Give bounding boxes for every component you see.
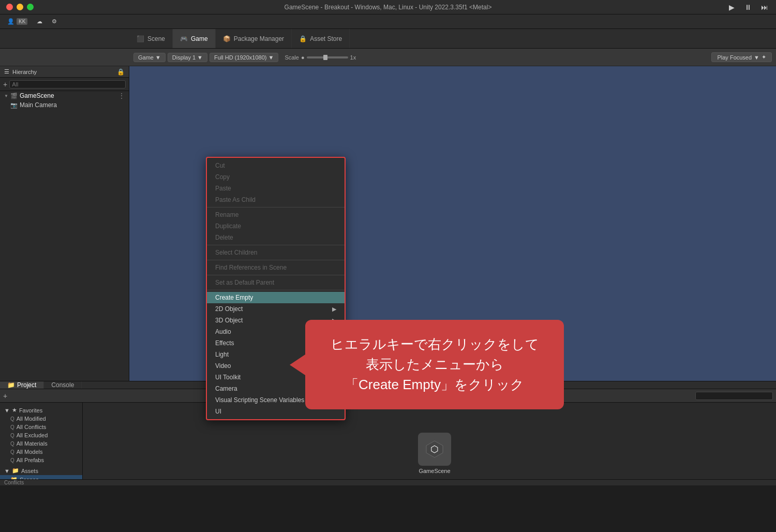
conflicts-label: Conflicts bbox=[4, 480, 24, 485]
tab-package-manager[interactable]: 📦 Package Manager bbox=[216, 29, 292, 48]
assets-label: Assets bbox=[21, 468, 38, 474]
hierarchy-item-main-camera[interactable]: 📷 Main Camera bbox=[0, 100, 129, 110]
callout-line1: ヒエラルキーで右クリックをして bbox=[331, 336, 539, 352]
hierarchy-icon: ☰ bbox=[4, 68, 9, 75]
separator-3 bbox=[207, 260, 345, 260]
asset-store-tab-label: Asset Store bbox=[310, 35, 342, 42]
all-models-label: All Models bbox=[17, 449, 43, 455]
menu-duplicate[interactable]: Duplicate bbox=[207, 220, 345, 232]
all-materials-label: All Materials bbox=[17, 440, 48, 447]
2d-object-arrow: ▶ bbox=[332, 306, 336, 313]
separator-2 bbox=[207, 245, 345, 245]
tab-scene[interactable]: ⬛ Scene bbox=[129, 29, 173, 48]
hierarchy-search-input[interactable] bbox=[9, 80, 126, 88]
settings-button[interactable]: ⚙ bbox=[49, 17, 60, 26]
menu-rename[interactable]: Rename bbox=[207, 209, 345, 220]
step-button[interactable]: ⏭ bbox=[759, 2, 770, 12]
resolution-dropdown[interactable]: Full HD (1920x1080) ▼ bbox=[210, 53, 278, 62]
game-tab-label: Game bbox=[191, 35, 208, 42]
maximize-button[interactable] bbox=[27, 4, 34, 10]
unity-logo-svg: ⬡ bbox=[424, 439, 445, 460]
cut-label: Cut bbox=[215, 162, 225, 169]
pause-button[interactable]: ⏸ bbox=[743, 2, 753, 12]
playbar: ▶ ⏸ ⏭ bbox=[726, 2, 770, 12]
project-all-materials[interactable]: Q All Materials bbox=[0, 439, 82, 448]
project-layout: ▼ ★ Favorites Q All Modified Q All Confl… bbox=[0, 403, 776, 479]
menu-paste-as-child[interactable]: Paste As Child bbox=[207, 194, 345, 205]
gamescene-triangle: ▼ bbox=[4, 94, 8, 98]
project-assets[interactable]: ▼ 📁 Assets bbox=[0, 466, 82, 475]
play-focused-button[interactable]: Play Focused ▼ ✦ bbox=[711, 52, 772, 62]
scene-file-icon: 🎬 bbox=[10, 93, 18, 99]
account-icon: 👤 bbox=[7, 18, 14, 25]
main-camera-label: Main Camera bbox=[20, 101, 57, 109]
toolbar-row: 👤 KK ☁ ⚙ bbox=[0, 14, 776, 29]
find-references-label: Find References in Scene bbox=[215, 264, 287, 271]
tab-game[interactable]: 🎮 Game bbox=[173, 29, 216, 48]
menu-create-empty[interactable]: Create Empty bbox=[207, 292, 345, 303]
display-dropdown[interactable]: Display 1 ▼ bbox=[168, 53, 207, 62]
menu-cut[interactable]: Cut bbox=[207, 160, 345, 171]
hierarchy-item-gamescene[interactable]: ▼ 🎬 GameScene ⋮ bbox=[0, 91, 129, 100]
gamescene-asset-icon[interactable]: ⬡ bbox=[418, 433, 451, 466]
delete-label: Delete bbox=[215, 234, 233, 241]
scale-area: Scale ● 1x bbox=[285, 54, 356, 61]
secondary-toolbar: Game ▼ Display 1 ▼ Full HD (1920x1080) ▼… bbox=[0, 49, 776, 66]
project-tab-label: Project bbox=[17, 381, 36, 389]
scale-slider[interactable] bbox=[307, 56, 348, 58]
light-label: Light bbox=[215, 351, 229, 358]
package-tab-label: Package Manager bbox=[234, 35, 284, 42]
set-default-parent-label: Set as Default Parent bbox=[215, 279, 274, 286]
favorites-triangle: ▼ bbox=[4, 407, 10, 413]
menu-2d-object[interactable]: 2D Object ▶ bbox=[207, 303, 345, 315]
project-all-excluded[interactable]: Q All Excluded bbox=[0, 431, 82, 439]
hierarchy-header: ☰ Hierarchy 🔒 bbox=[0, 66, 129, 78]
tab-console[interactable]: Console bbox=[44, 381, 82, 389]
scene-tab-icon: ⬛ bbox=[137, 35, 144, 42]
duplicate-label: Duplicate bbox=[215, 223, 241, 230]
all-excluded-label: All Excluded bbox=[17, 432, 48, 438]
tabs-row: ⬛ Scene 🎮 Game 📦 Package Manager 🔒 Asset… bbox=[0, 29, 776, 49]
project-search-input[interactable] bbox=[695, 392, 773, 400]
project-scenes[interactable]: 📁 Scenes bbox=[0, 475, 82, 479]
favorites-label: Favorites bbox=[19, 407, 42, 413]
gamescene-menu-icon[interactable]: ⋮ bbox=[118, 92, 125, 99]
hierarchy-add-btn[interactable]: + bbox=[3, 80, 7, 88]
play-button[interactable]: ▶ bbox=[726, 2, 737, 12]
all-models-search-icon: Q bbox=[10, 449, 14, 455]
all-modified-search-icon: Q bbox=[10, 416, 14, 422]
menu-set-default-parent[interactable]: Set as Default Parent bbox=[207, 277, 345, 288]
all-prefabs-search-icon: Q bbox=[10, 457, 14, 463]
2d-object-label: 2D Object bbox=[215, 305, 243, 313]
cloud-button[interactable]: ☁ bbox=[34, 17, 46, 26]
3d-object-label: 3D Object bbox=[215, 317, 243, 324]
menu-delete[interactable]: Delete bbox=[207, 232, 345, 243]
play-focused-label: Play Focused bbox=[717, 54, 752, 61]
separator-1 bbox=[207, 207, 345, 208]
close-button[interactable] bbox=[6, 4, 13, 10]
menu-find-references[interactable]: Find References in Scene bbox=[207, 262, 345, 273]
project-all-conflicts[interactable]: Q All Conflicts bbox=[0, 423, 82, 431]
assets-triangle: ▼ bbox=[4, 468, 10, 474]
menu-select-children[interactable]: Select Children bbox=[207, 247, 345, 258]
menu-paste[interactable]: Paste bbox=[207, 183, 345, 194]
account-label: KK bbox=[17, 18, 27, 25]
menu-copy[interactable]: Copy bbox=[207, 171, 345, 183]
all-conflicts-label: All Conflicts bbox=[17, 424, 46, 430]
visual-scripting-label: Visual Scripting Scene Variables bbox=[215, 396, 304, 404]
tab-project[interactable]: 📁 Project bbox=[0, 381, 44, 389]
project-all-modified[interactable]: Q All Modified bbox=[0, 415, 82, 423]
minimize-button[interactable] bbox=[17, 4, 23, 10]
project-add-btn[interactable]: + bbox=[3, 392, 7, 400]
project-favorites[interactable]: ▼ ★ Favorites bbox=[0, 406, 82, 415]
project-all-models[interactable]: Q All Models bbox=[0, 448, 82, 456]
create-empty-label: Create Empty bbox=[215, 294, 253, 301]
account-badge[interactable]: 👤 KK bbox=[4, 17, 31, 26]
project-all-prefabs[interactable]: Q All Prefabs bbox=[0, 456, 82, 464]
resolution-label: Full HD (1920x1080) bbox=[214, 54, 267, 61]
play-focused-icon: ✦ bbox=[762, 54, 766, 61]
game-dropdown[interactable]: Game ▼ bbox=[133, 53, 166, 62]
hierarchy-lock-icon[interactable]: 🔒 bbox=[117, 68, 125, 76]
tab-asset-store[interactable]: 🔒 Asset Store bbox=[292, 29, 350, 48]
scale-value: 1x bbox=[350, 54, 356, 61]
